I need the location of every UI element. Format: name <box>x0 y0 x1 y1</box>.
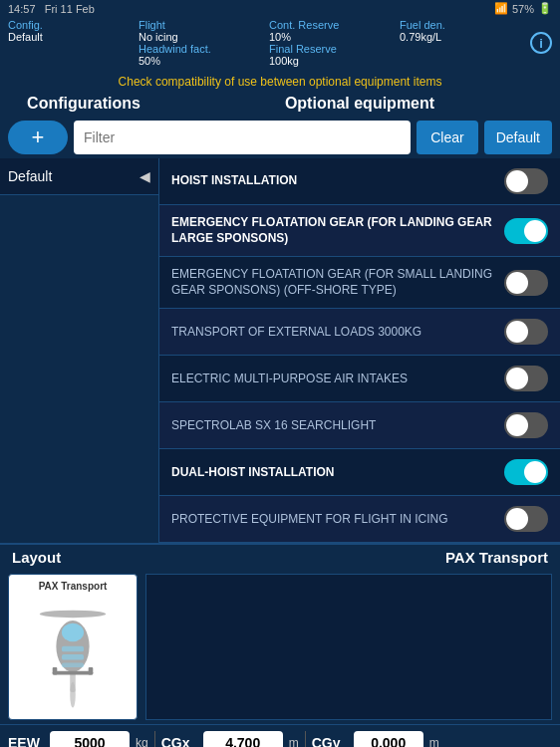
layout-title: Layout <box>12 549 61 566</box>
config-equip-area: Default ◀ HOIST INSTALLATIONEMERGENCY FL… <box>0 158 560 543</box>
layout-header: Layout PAX Transport <box>0 545 560 570</box>
equipment-toggle[interactable] <box>504 459 548 485</box>
layout-map-area <box>145 574 552 720</box>
equipment-panel: HOIST INSTALLATIONEMERGENCY FLOATATION G… <box>159 158 560 543</box>
equipment-item: PROTECTIVE EQUIPMENT FOR FLIGHT IN ICING <box>159 496 560 543</box>
default-button[interactable]: Default <box>484 121 552 154</box>
svg-point-4 <box>62 623 84 641</box>
eew-divider-2 <box>305 731 306 747</box>
equipment-label: TRANSPORT OF EXTERNAL LOADS 3000KG <box>171 325 504 341</box>
equipment-label: SPECTROLAB SX 16 SEARCHLIGHT <box>171 418 504 434</box>
cgy-label: CGy <box>312 735 348 747</box>
equipment-toggle[interactable] <box>504 319 548 345</box>
aircraft-svg <box>33 596 113 715</box>
battery-icon: 🔋 <box>538 2 552 15</box>
cgx-value-field[interactable] <box>203 731 283 747</box>
flight-info: Flight No icing Headwind fact. 50% <box>139 19 267 67</box>
svg-rect-9 <box>62 654 84 660</box>
config-item-default[interactable]: Default ◀ <box>0 158 158 195</box>
plus-icon: + <box>32 124 45 150</box>
svg-point-0 <box>40 611 106 618</box>
equipment-toggle[interactable] <box>504 412 548 438</box>
svg-point-2 <box>70 682 76 708</box>
reserve-info: Cont. Reserve 10% Final Reserve 100kg <box>269 19 398 67</box>
status-time: 14:57 Fri 11 Feb <box>8 3 95 15</box>
flight-label: Flight <box>139 19 267 31</box>
add-config-button[interactable]: + <box>8 121 68 154</box>
eew-divider-1 <box>154 731 155 747</box>
warning-text: Check compatibility of use between optio… <box>119 75 442 89</box>
battery-text: 57% <box>512 3 534 15</box>
clear-button[interactable]: Clear <box>417 121 477 154</box>
equipment-item: EMERGENCY FLOATATION GEAR (FOR SMALL LAN… <box>159 257 560 309</box>
toggle-slider <box>504 366 548 391</box>
chevron-right-icon: ◀ <box>140 168 150 184</box>
toggle-slider <box>504 412 548 438</box>
equipment-item: HOIST INSTALLATION <box>159 158 560 205</box>
equipment-item: SPECTROLAB SX 16 SEARCHLIGHT <box>159 402 560 449</box>
toggle-slider <box>504 168 548 194</box>
equipment-toggle[interactable] <box>504 270 548 296</box>
svg-rect-8 <box>62 646 84 652</box>
svg-rect-6 <box>53 667 58 674</box>
cgy-unit: m <box>429 736 439 747</box>
filter-row: + Clear Default <box>0 117 560 158</box>
headwind-label: Headwind fact. <box>139 43 267 55</box>
toggle-slider <box>504 459 548 485</box>
config-label: Config. <box>8 19 137 31</box>
aircraft-diagram-label: PAX Transport <box>39 581 108 592</box>
equipment-item: TRANSPORT OF EXTERNAL LOADS 3000KG <box>159 309 560 356</box>
info-button[interactable]: i <box>530 32 552 54</box>
columns-header: Configurations Optional equipment <box>0 93 560 117</box>
equipment-item: EMERGENCY FLOATATION GEAR (FOR LANDING G… <box>159 205 560 257</box>
optional-equipment-heading: Optional equipment <box>159 95 560 113</box>
cgy-value-field[interactable] <box>354 731 423 747</box>
equipment-label: PROTECTIVE EQUIPMENT FOR FLIGHT IN ICING <box>171 512 504 528</box>
info-bar: Config. Default Flight No icing Headwind… <box>0 17 560 71</box>
fuel-label: Fuel den. <box>400 19 528 31</box>
eew-value-field[interactable] <box>50 731 130 747</box>
fuel-info: Fuel den. 0.79kg/L <box>400 19 528 67</box>
equipment-toggle[interactable] <box>504 168 548 194</box>
layout-body: PAX Transport <box>0 570 560 724</box>
final-reserve-value: 100kg <box>269 55 398 67</box>
equipment-toggle[interactable] <box>504 506 548 532</box>
toggle-slider <box>504 506 548 532</box>
status-right: 📶 57% 🔋 <box>494 2 552 15</box>
wifi-icon: 📶 <box>494 2 508 15</box>
toggle-slider <box>504 319 548 345</box>
equipment-label: EMERGENCY FLOATATION GEAR (FOR SMALL LAN… <box>171 267 504 298</box>
equipment-label: DUAL-HOIST INSTALLATION <box>171 465 504 481</box>
eew-unit: kg <box>136 736 148 747</box>
layout-section: Layout PAX Transport PAX Transport <box>0 543 560 724</box>
toggle-slider <box>504 218 548 244</box>
equipment-toggle[interactable] <box>504 218 548 244</box>
equipment-item: DUAL-HOIST INSTALLATION <box>159 449 560 496</box>
status-bar: 14:57 Fri 11 Feb 📶 57% 🔋 <box>0 0 560 17</box>
config-info: Config. Default <box>8 19 137 67</box>
configurations-panel: Default ◀ <box>0 158 159 543</box>
equipment-label: ELECTRIC MULTI-PURPOSE AIR INTAKES <box>171 372 504 387</box>
equipment-toggle[interactable] <box>504 366 548 391</box>
cont-reserve-label: Cont. Reserve <box>269 19 398 31</box>
config-name: Default <box>8 168 52 184</box>
layout-value: PAX Transport <box>445 549 548 566</box>
filter-input[interactable] <box>74 121 411 154</box>
fuel-value: 0.79kg/L <box>400 31 528 43</box>
configurations-heading: Configurations <box>0 95 159 113</box>
cgx-label: CGx <box>161 735 197 747</box>
equipment-item: ELECTRIC MULTI-PURPOSE AIR INTAKES <box>159 356 560 402</box>
equipment-label: HOIST INSTALLATION <box>171 173 504 189</box>
headwind-value: 50% <box>139 55 267 67</box>
final-reserve-label: Final Reserve <box>269 43 398 55</box>
cont-reserve-value: 10% <box>269 31 398 43</box>
eew-label: EEW <box>8 735 44 747</box>
toggle-slider <box>504 270 548 296</box>
warning-bar: Check compatibility of use between optio… <box>0 71 560 93</box>
svg-rect-5 <box>53 671 94 675</box>
equipment-label: EMERGENCY FLOATATION GEAR (FOR LANDING G… <box>171 215 504 246</box>
eew-row: EEW kg CGx m CGy m <box>0 724 560 747</box>
svg-rect-10 <box>62 662 84 667</box>
cgx-unit: m <box>289 736 299 747</box>
flight-value: No icing <box>139 31 267 43</box>
